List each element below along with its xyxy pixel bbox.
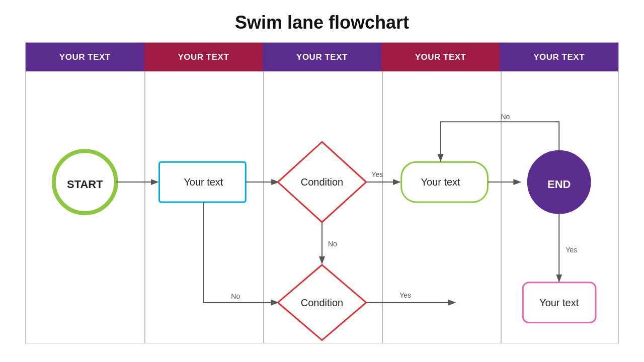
condition1-label: Condition: [301, 176, 343, 188]
page: Swim lane flowchart YOUR TEXT YOUR TEXT …: [0, 0, 644, 362]
header-cell-2: YOUR TEXT: [144, 43, 263, 71]
lanes-container: START Your text Condition Yes Your text: [26, 71, 618, 343]
arrow-p1-c2-no: [203, 202, 278, 303]
no-label-2: No: [231, 292, 240, 300]
process2-label: Your text: [421, 176, 460, 188]
no-label-1: No: [328, 240, 337, 248]
flowchart-container: YOUR TEXT YOUR TEXT YOUR TEXT YOUR TEXT …: [25, 42, 619, 343]
process3-label: Your text: [539, 297, 579, 308]
yes-label-2: Yes: [399, 291, 411, 299]
flowchart-svg: START Your text Condition Yes Your text: [26, 71, 618, 343]
yes-label-1: Yes: [371, 170, 383, 178]
header-cell-4: YOUR TEXT: [381, 43, 500, 71]
yes-label-3: Yes: [566, 246, 577, 254]
arrow-no-loop: [441, 122, 559, 161]
header-cell-3: YOUR TEXT: [263, 43, 381, 71]
header-cell-5: YOUR TEXT: [500, 43, 618, 71]
page-title: Swim lane flowchart: [235, 12, 409, 33]
header-row: YOUR TEXT YOUR TEXT YOUR TEXT YOUR TEXT …: [26, 43, 618, 71]
process1-label: Your text: [184, 176, 223, 188]
end-label: END: [547, 178, 571, 191]
no-label-3: No: [501, 113, 510, 121]
header-cell-1: YOUR TEXT: [26, 43, 144, 71]
start-label: START: [67, 178, 103, 191]
condition2-label: Condition: [301, 297, 343, 308]
